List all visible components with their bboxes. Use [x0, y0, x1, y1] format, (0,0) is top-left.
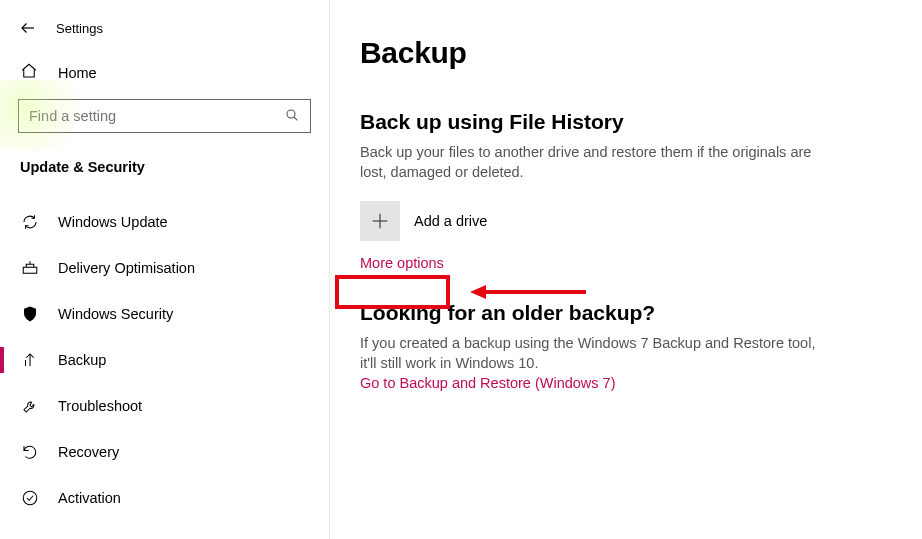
sidebar-item-windows-security[interactable]: Windows Security [0, 291, 329, 337]
sidebar: Settings Home Update & Security Windows … [0, 0, 330, 539]
older-backup-section: Looking for an older backup? If you crea… [360, 301, 892, 392]
svg-rect-3 [23, 267, 37, 273]
sidebar-item-label: Backup [58, 352, 106, 368]
sidebar-item-troubleshoot[interactable]: Troubleshoot [0, 383, 329, 429]
sidebar-item-windows-update[interactable]: Windows Update [0, 199, 329, 245]
page-title: Backup [360, 36, 892, 70]
nav-home[interactable]: Home [0, 52, 329, 93]
wrench-icon [20, 397, 40, 415]
sidebar-item-activation[interactable]: Activation [0, 475, 329, 521]
sidebar-item-label: Troubleshoot [58, 398, 142, 414]
sidebar-item-label: Recovery [58, 444, 119, 460]
add-drive-label: Add a drive [414, 213, 487, 229]
sidebar-item-label: Windows Update [58, 214, 168, 230]
back-button[interactable] [18, 18, 38, 38]
search-input[interactable] [29, 108, 284, 124]
back-arrow-icon [19, 19, 37, 37]
more-options-link[interactable]: More options [360, 255, 444, 271]
sync-icon [20, 213, 40, 231]
home-icon [20, 62, 40, 83]
sidebar-item-backup[interactable]: Backup [0, 337, 329, 383]
delivery-icon [20, 259, 40, 277]
sidebar-item-label: Windows Security [58, 306, 173, 322]
search-icon [284, 107, 300, 126]
sidebar-item-label: Delivery Optimisation [58, 260, 195, 276]
search-box[interactable] [18, 99, 311, 133]
sidebar-item-recovery[interactable]: Recovery [0, 429, 329, 475]
file-history-section: Back up using File History Back up your … [360, 110, 892, 271]
nav-home-label: Home [58, 65, 97, 81]
nav-list: Windows Update Delivery Optimisation Win… [0, 199, 329, 521]
activation-icon [20, 489, 40, 507]
sidebar-item-label: Activation [58, 490, 121, 506]
svg-point-7 [23, 491, 37, 505]
file-history-title: Back up using File History [360, 110, 892, 134]
main-content: Backup Back up using File History Back u… [330, 0, 922, 539]
older-backup-desc: If you created a backup using the Window… [360, 333, 820, 374]
sidebar-item-delivery-optimisation[interactable]: Delivery Optimisation [0, 245, 329, 291]
svg-marker-11 [470, 285, 486, 299]
shield-icon [20, 305, 40, 323]
window-title: Settings [56, 21, 103, 36]
svg-line-2 [294, 117, 297, 120]
backup-restore-link[interactable]: Go to Backup and Restore (Windows 7) [360, 375, 615, 391]
sidebar-section-heading: Update & Security [0, 151, 329, 189]
add-drive-button[interactable]: Add a drive [360, 201, 892, 241]
backup-arrow-icon [20, 351, 40, 369]
svg-point-1 [287, 110, 295, 118]
older-backup-title: Looking for an older backup? [360, 301, 892, 325]
plus-icon [360, 201, 400, 241]
recovery-icon [20, 443, 40, 461]
titlebar: Settings [0, 12, 329, 52]
file-history-desc: Back up your files to another drive and … [360, 142, 820, 183]
